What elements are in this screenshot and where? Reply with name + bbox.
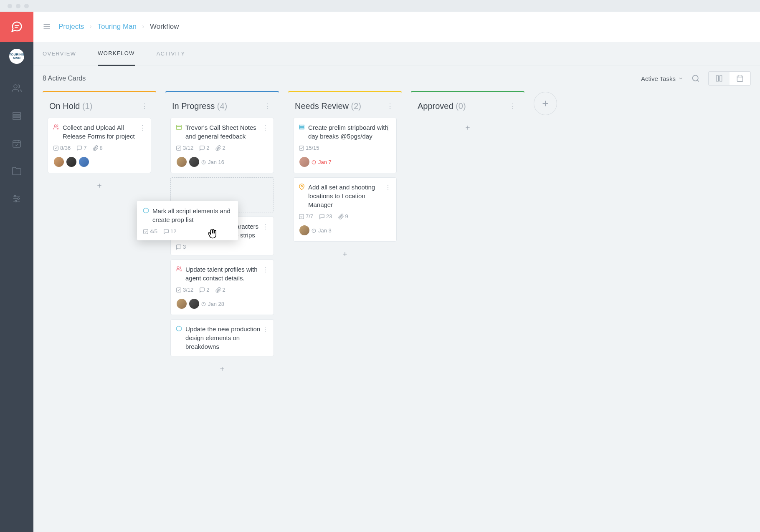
- column-menu-button[interactable]: ⋮: [139, 101, 149, 112]
- project-logo[interactable]: TOURING MAN: [0, 42, 33, 71]
- card-title: Update talent profiles with agent contac…: [185, 265, 269, 282]
- svg-point-50: [301, 185, 303, 187]
- tab-overview[interactable]: OVERVIEW: [43, 42, 76, 66]
- people-icon: [53, 124, 59, 130]
- calendar-check-icon[interactable]: [12, 139, 22, 149]
- card-title: Mark all script elements and create prop…: [152, 207, 232, 224]
- due-date: Jan 16: [201, 159, 224, 165]
- column-title: Needs Review: [295, 101, 349, 111]
- menu-icon[interactable]: [43, 23, 51, 31]
- brand-tile[interactable]: [0, 12, 33, 42]
- card-title: Update the new production design element…: [185, 325, 269, 351]
- people-icon[interactable]: [12, 83, 22, 93]
- svg-point-19: [693, 76, 698, 81]
- breadcrumb-project[interactable]: Touring Man: [97, 23, 137, 31]
- folder-icon[interactable]: [12, 166, 22, 176]
- task-card[interactable]: ⋮ Add all set and shooting locations to …: [293, 177, 397, 242]
- comment-icon: [176, 244, 182, 250]
- column-count: (1): [82, 101, 92, 111]
- checklist-icon: [299, 145, 304, 151]
- clock-icon: [311, 228, 317, 233]
- card-menu-button[interactable]: ⋮: [260, 264, 270, 275]
- column-count: (0): [456, 101, 466, 111]
- calendar-icon: [176, 124, 182, 130]
- task-card[interactable]: ⋮ Update the new production design eleme…: [170, 319, 274, 356]
- left-rail: TOURING MAN: [0, 12, 33, 532]
- avatar: [66, 156, 77, 168]
- plus-icon: [464, 124, 471, 131]
- card-menu-button[interactable]: ⋮: [137, 122, 147, 134]
- clock-icon: [201, 159, 206, 165]
- card-menu-button[interactable]: ⋮: [260, 122, 270, 134]
- column-menu-button[interactable]: ⋮: [508, 101, 518, 112]
- column-needs-review: Needs Review (2) ⋮ ⋮ Create prelim strip…: [288, 91, 402, 267]
- svg-point-15: [15, 200, 17, 202]
- card-title: Trevor's Call Sheet Notes and general fe…: [185, 123, 269, 141]
- svg-point-27: [54, 125, 56, 127]
- svg-point-48: [312, 160, 316, 164]
- plus-icon: [541, 99, 550, 108]
- avatar: [188, 156, 200, 168]
- breadcrumb-root[interactable]: Projects: [58, 23, 84, 31]
- add-card-button[interactable]: [416, 119, 519, 136]
- calendar-view-button[interactable]: [730, 72, 750, 85]
- board-view-button[interactable]: [709, 72, 730, 85]
- search-icon[interactable]: [692, 74, 700, 83]
- box-icon: [176, 325, 182, 332]
- checklist-icon: [299, 214, 304, 219]
- svg-rect-5: [13, 118, 20, 119]
- column-on-hold: On Hold (1) ⋮ ⋮ Collect and Upload All R…: [43, 91, 156, 198]
- checklist-icon: [143, 229, 149, 234]
- checklist-icon: [53, 145, 59, 151]
- add-card-button[interactable]: [48, 177, 151, 194]
- svg-rect-31: [177, 125, 181, 130]
- svg-rect-4: [13, 115, 20, 117]
- active-cards-count: 8 Active Cards: [43, 75, 86, 82]
- task-card[interactable]: ⋮ Collect and Upload All Release Forms f…: [48, 118, 151, 173]
- column-count: (2): [351, 101, 361, 111]
- dragging-card[interactable]: ⋮ Mark all script elements and create pr…: [137, 201, 238, 240]
- avatar: [299, 156, 310, 168]
- top-tabs: OVERVIEW WORKFLOW ACTIVITY: [33, 42, 760, 66]
- avatar: [299, 224, 310, 236]
- column-approved: Approved (0) ⋮: [411, 91, 524, 140]
- card-menu-button[interactable]: ⋮: [383, 182, 393, 193]
- task-card[interactable]: ⋮ Create prelim stripboard with day brea…: [293, 118, 397, 173]
- browser-chrome: [0, 0, 760, 12]
- card-menu-button[interactable]: ⋮: [224, 205, 234, 216]
- add-card-button[interactable]: [293, 246, 397, 262]
- filter-dropdown[interactable]: Active Tasks: [641, 75, 683, 82]
- project-logo-text: TOURING MAN: [9, 53, 25, 60]
- comment-icon: [76, 145, 82, 151]
- paperclip-icon: [215, 287, 221, 293]
- card-menu-button[interactable]: ⋮: [383, 122, 393, 134]
- column-menu-button[interactable]: ⋮: [262, 101, 272, 112]
- card-menu-button[interactable]: ⋮: [260, 221, 270, 232]
- tab-workflow[interactable]: WORKFLOW: [98, 42, 134, 66]
- paperclip-icon: [215, 145, 221, 151]
- tab-activity[interactable]: ACTIVITY: [157, 42, 185, 66]
- clock-icon: [201, 301, 206, 307]
- svg-rect-45: [299, 126, 304, 128]
- column-menu-button[interactable]: ⋮: [385, 101, 395, 112]
- svg-point-38: [177, 267, 179, 269]
- add-column-button[interactable]: [534, 92, 557, 115]
- add-card-button[interactable]: [170, 361, 274, 377]
- card-menu-button[interactable]: ⋮: [260, 324, 270, 335]
- list-icon[interactable]: [12, 111, 22, 121]
- card-title: Create prelim stripboard with day breaks…: [308, 123, 391, 141]
- breadcrumb-page: Workflow: [150, 23, 179, 31]
- chat-icon: [10, 20, 23, 33]
- task-card[interactable]: ⋮ Update talent profiles with agent cont…: [170, 260, 274, 315]
- list-icon: [299, 124, 305, 130]
- avatar: [53, 156, 65, 168]
- svg-point-14: [18, 198, 19, 199]
- chevron-down-icon: [678, 76, 683, 81]
- sliders-icon[interactable]: [12, 194, 22, 204]
- task-card[interactable]: ⋮ Trevor's Call Sheet Notes and general …: [170, 118, 274, 173]
- comment-icon: [199, 287, 205, 293]
- clock-icon: [311, 159, 317, 165]
- avatar: [176, 298, 187, 310]
- svg-rect-46: [299, 128, 304, 129]
- svg-rect-47: [299, 146, 304, 150]
